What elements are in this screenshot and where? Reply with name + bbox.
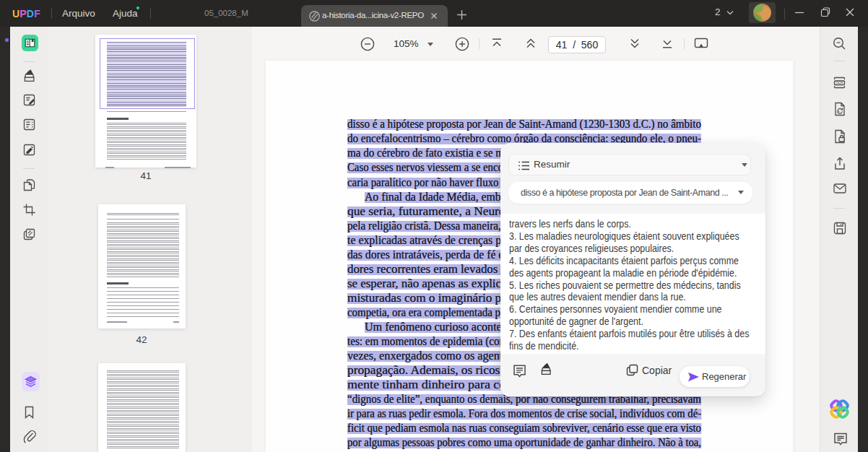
svg-text:OCR: OCR bbox=[836, 81, 843, 84]
